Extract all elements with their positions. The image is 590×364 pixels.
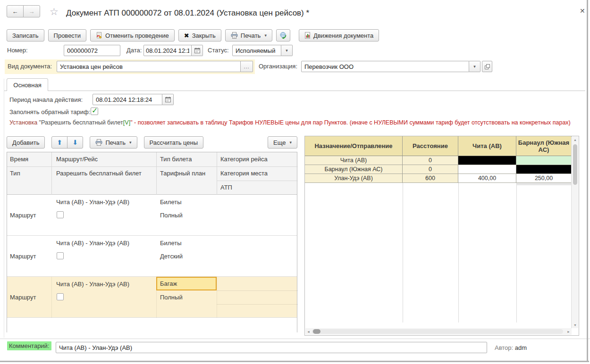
col-header[interactable]: Время	[10, 156, 28, 163]
document-movements-button[interactable]: Движения документа	[299, 29, 379, 41]
matrix-price-cell[interactable]: 400,00	[458, 174, 516, 183]
active-cell-ticket[interactable]: Багаж	[156, 277, 217, 290]
row-type-cell[interactable]: Маршрут	[10, 294, 36, 301]
close-button[interactable]: ✖ Закрыть	[178, 29, 221, 41]
free-ticket-checkbox[interactable]	[57, 293, 64, 300]
date-input[interactable]	[143, 45, 192, 56]
refresh-globe-button[interactable]	[276, 29, 290, 41]
matrix-distance-cell[interactable]: 0	[403, 156, 458, 165]
print-button[interactable]: Печать ▾	[225, 29, 272, 41]
matrix-price-cell-selected[interactable]	[516, 156, 572, 165]
vertical-scroll-thumb[interactable]	[573, 144, 577, 185]
number-input[interactable]	[64, 45, 120, 56]
col-header[interactable]: Маршрут/Рейс	[56, 156, 98, 163]
row-type-cell[interactable]: Маршрут	[10, 212, 36, 219]
horizontal-scroll-thumb[interactable]	[313, 329, 320, 334]
scroll-right-icon[interactable]: ►	[565, 328, 572, 335]
scroll-up-icon[interactable]: ▲	[572, 137, 579, 143]
move-up-button[interactable]: ⬆	[51, 136, 67, 149]
matrix-distance-cell[interactable]: 600	[403, 174, 458, 183]
doc-type-input[interactable]	[57, 61, 241, 72]
col-header[interactable]: Тип	[10, 170, 20, 177]
horizontal-scroll-track[interactable]	[312, 329, 563, 334]
row-plan-cell[interactable]: Полный	[160, 212, 183, 219]
save-button[interactable]: Записать	[7, 29, 44, 41]
post-button[interactable]: Провести	[48, 29, 87, 41]
row-type-cell[interactable]: Маршрут	[10, 253, 36, 260]
doc-type-field: ...	[57, 61, 253, 72]
col-header[interactable]: Категория рейса	[220, 156, 268, 163]
open-form-icon	[485, 64, 490, 69]
nav-history-group: ← →	[7, 5, 40, 17]
warning-text: Установка "Разрешить бесплатный билет[V]…	[9, 119, 573, 126]
row-ticket-cell[interactable]: Билеты	[160, 240, 181, 247]
doc-type-choose-button[interactable]: ...	[241, 61, 253, 72]
col-header[interactable]: Тип билета	[160, 156, 192, 163]
routes-print-label: Печать	[105, 139, 126, 146]
save-label: Записать	[12, 32, 39, 39]
movements-chart-icon	[304, 32, 311, 39]
close-window-icon[interactable]: ✕	[580, 7, 585, 15]
row-route-cell[interactable]: Чита (АВ) - Улан-Удэ (АВ)	[56, 240, 129, 247]
undo-post-button[interactable]: Отменить проведение	[90, 29, 175, 41]
status-input[interactable]	[232, 45, 281, 56]
status-dropdown-button[interactable]: ▾	[281, 45, 293, 56]
col-header[interactable]: Разрешить бесплатный билет	[56, 170, 142, 177]
matrix-point-cell[interactable]: Барнаул (Южная АС)	[305, 165, 403, 174]
comment-label: Комментарий:	[7, 341, 51, 350]
row-plan-cell[interactable]: Полный	[160, 294, 183, 301]
period-input[interactable]	[93, 94, 162, 105]
routes-table-header: Время Маршрут/Рейс Тип билета Категория …	[7, 152, 297, 195]
add-label: Добавить	[12, 139, 39, 146]
org-open-button[interactable]	[482, 61, 492, 72]
scroll-left-icon[interactable]: ◄	[305, 328, 312, 335]
matrix-row: Барнаул (Южная АС) 0	[305, 165, 572, 174]
org-dropdown-button[interactable]: ▾	[469, 61, 480, 72]
date-calendar-button[interactable]	[192, 45, 203, 56]
matrix-point-cell[interactable]: Улан-Удэ (АВ)	[305, 174, 403, 183]
matrix-col-header[interactable]: Барнаул (Южная АС)	[516, 136, 572, 156]
matrix-col-header[interactable]: Чита (АВ)	[458, 136, 516, 156]
calculate-prices-button[interactable]: Рассчитать цены	[144, 136, 204, 149]
move-down-button[interactable]: ⬇	[67, 136, 83, 149]
period-calendar-button[interactable]	[162, 94, 174, 105]
matrix-point-cell[interactable]: Чита (АВ)	[305, 156, 403, 165]
col-header[interactable]: Категория места	[220, 170, 268, 177]
comment-label-wrap: Комментарий:	[7, 342, 51, 349]
horizontal-scrollbar[interactable]: ◄ ►	[305, 328, 572, 335]
org-input[interactable]	[301, 61, 469, 72]
vertical-scrollbar[interactable]: ▲ ▼	[571, 137, 578, 328]
matrix-distance-cell[interactable]: 0	[403, 165, 458, 174]
table-row-selected[interactable]: Маршрут Чита (АВ) - Улан-Удэ (АВ) Багаж …	[7, 277, 297, 318]
back-button[interactable]: ←	[7, 5, 24, 17]
fill-reverse-tariff-checkbox[interactable]: ✓	[91, 108, 98, 115]
tab-content-border	[4, 79, 4, 338]
matrix-col-header[interactable]: Расстояние	[403, 136, 458, 156]
favorite-star-icon[interactable]: ☆	[50, 6, 59, 17]
matrix-price-cell[interactable]: 250,00	[516, 174, 572, 183]
row-ticket-cell[interactable]: Билеты	[160, 199, 181, 206]
forward-button[interactable]: →	[23, 5, 40, 17]
free-ticket-checkbox[interactable]	[57, 252, 64, 259]
matrix-price-cell[interactable]	[458, 165, 516, 174]
period-field	[93, 94, 174, 105]
status-label: Статус:	[208, 47, 229, 54]
add-row-button[interactable]: Добавить	[7, 136, 45, 149]
scroll-down-icon[interactable]: ▼	[572, 322, 579, 328]
more-button[interactable]: Еще ▾	[268, 136, 297, 149]
row-plan-cell[interactable]: Детский	[160, 253, 183, 260]
free-ticket-checkbox[interactable]	[57, 211, 64, 218]
matrix-col-header[interactable]: Назначение/Отправление	[305, 136, 403, 156]
table-row[interactable]: Маршрут Чита (АВ) - Улан-Удэ (АВ) Билеты…	[7, 195, 297, 236]
col-header[interactable]: АТП	[220, 184, 232, 191]
row-route-cell[interactable]: Чита (АВ) - Улан-Удэ (АВ)	[56, 199, 129, 206]
undo-post-icon	[96, 32, 102, 39]
org-field: ▾	[301, 61, 492, 72]
comment-input[interactable]	[56, 342, 487, 353]
table-row[interactable]: Маршрут Чита (АВ) - Улан-Удэ (АВ) Билеты…	[7, 236, 297, 277]
tab-main[interactable]: Основная	[7, 78, 48, 91]
routes-print-button[interactable]: Печать ▾	[90, 136, 137, 149]
row-route-cell[interactable]: Чита (АВ) - Улан-Удэ (АВ)	[56, 281, 129, 288]
routes-table: Время Маршрут/Рейс Тип билета Категория …	[7, 152, 297, 332]
col-header[interactable]: Тарифный план	[160, 170, 205, 177]
